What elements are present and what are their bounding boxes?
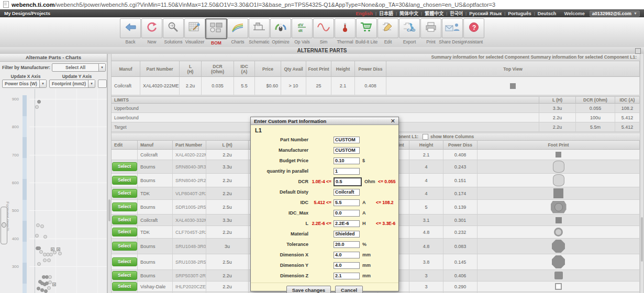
select-button[interactable]: Select <box>112 282 137 291</box>
summary-col-0: Manuf <box>112 61 140 77</box>
toolbar-button-visualizer[interactable] <box>184 18 205 38</box>
field-input-manufacturer[interactable] <box>334 147 360 154</box>
field-input-tolerance[interactable] <box>334 241 360 248</box>
data-point[interactable] <box>37 287 40 290</box>
data-point[interactable] <box>49 253 53 256</box>
data-point[interactable] <box>35 234 39 238</box>
select-button[interactable]: Select <box>112 189 137 198</box>
manufacturer-filter-select[interactable]: Select All ▼ <box>52 63 106 72</box>
toolbar-button-assistant[interactable]: ? <box>463 18 484 38</box>
select-button[interactable]: Select <box>112 162 137 171</box>
scrollbar-thumb[interactable] <box>108 199 110 221</box>
field-input-budget-price[interactable] <box>334 157 360 164</box>
data-point[interactable] <box>58 252 62 255</box>
field-input-idc[interactable] <box>334 199 360 206</box>
data-point[interactable] <box>35 105 39 109</box>
language-link-7[interactable]: Português <box>508 11 531 16</box>
data-point[interactable] <box>43 258 47 262</box>
toolbar-button-sim[interactable] <box>313 18 334 38</box>
language-link-4[interactable]: 繁體中文 <box>425 10 443 17</box>
parts-footprint-cell <box>478 200 640 214</box>
field-input-dimension-z[interactable] <box>334 273 360 279</box>
toolbar-label-bom: BOM <box>211 40 221 46</box>
toolbar-button-optimize[interactable] <box>270 18 291 38</box>
toolbar-button-export[interactable]: CAD <box>399 18 420 38</box>
language-link-6[interactable]: Русский Язык <box>469 11 502 16</box>
y-axis-select[interactable]: Footprint (mm2) ▼ <box>49 80 95 88</box>
data-point[interactable] <box>36 223 40 227</box>
toolbar-button-build-it-lite[interactable] <box>356 18 377 38</box>
data-point[interactable] <box>48 280 52 284</box>
modal-field-row-13: Dimension Zmm <box>252 271 397 281</box>
toolbar-button-op-vals[interactable]: dVdt <box>292 18 313 38</box>
my-designs-link[interactable]: My Designs/Projects <box>4 11 50 16</box>
toolbar-button-schematic[interactable] <box>249 18 270 38</box>
toolbar-button-print[interactable] <box>420 18 441 38</box>
field-input-l[interactable] <box>334 220 360 227</box>
third-axis-select-clipped[interactable] <box>98 80 107 88</box>
close-icon[interactable]: ✕ <box>391 118 395 124</box>
field-input-quantity-in-parallel[interactable] <box>334 168 360 175</box>
limits-upperbound-l: 3.3u <box>539 104 576 112</box>
data-point[interactable]: ✕ <box>52 283 56 286</box>
toolbar-button-edit[interactable] <box>377 18 398 38</box>
field-input-dimension-y[interactable] <box>334 262 360 269</box>
dialog-title-bar[interactable]: Enter Custom Part Information ✕ <box>251 117 398 125</box>
field-input-part-number[interactable] <box>334 137 360 143</box>
field-input-idc-max[interactable] <box>334 210 360 217</box>
toolbar-button-charts[interactable] <box>227 18 248 38</box>
parts-footprint-cell <box>478 215 640 226</box>
data-point[interactable] <box>44 289 48 293</box>
slider-knob[interactable] <box>2 222 6 228</box>
data-point[interactable]: ✕ <box>57 247 60 251</box>
data-point[interactable] <box>48 275 52 279</box>
modal-field-row-5: Default Disty <box>252 187 397 197</box>
y-tick-label: 600 <box>0 181 19 185</box>
table-vertical-scrollbar[interactable] <box>107 54 112 293</box>
language-link-3[interactable]: 简体中文 <box>399 10 418 17</box>
show-more-columns-checkbox[interactable] <box>423 134 428 140</box>
select-button[interactable]: Select <box>112 271 137 280</box>
data-point[interactable] <box>40 224 44 228</box>
data-point[interactable] <box>43 235 47 239</box>
toolbar-button-share-design[interactable] <box>442 18 463 38</box>
select-button[interactable]: Select <box>112 257 137 266</box>
data-point[interactable] <box>53 251 57 254</box>
scatter-chart[interactable]: Footprint (mm2) 900800700600500400300✕✕✕ <box>0 89 107 293</box>
x-axis-select[interactable]: Power Diss (W) ▼ <box>2 80 47 88</box>
window-vertical-scrollbar[interactable] <box>640 54 644 293</box>
limits-col-0: L (H) <box>539 97 576 104</box>
select-button[interactable]: Select <box>112 176 137 185</box>
footprint-shape-octagon <box>552 255 565 268</box>
toolbar-button-thermal[interactable] <box>335 18 356 38</box>
field-input-material[interactable] <box>334 231 360 238</box>
save-changes-button[interactable]: Save changes <box>286 286 331 293</box>
toolbar-button-solutions[interactable] <box>163 18 184 38</box>
toolbar-button-new[interactable] <box>141 18 162 38</box>
panel-options-icon[interactable] <box>635 48 641 54</box>
data-point[interactable] <box>47 258 51 262</box>
scrollbar-thumb[interactable] <box>641 217 643 262</box>
select-button[interactable]: Select <box>112 216 137 224</box>
data-point[interactable] <box>37 100 41 104</box>
chart-range-slider-track[interactable] <box>23 95 27 293</box>
field-input-dimension-x[interactable] <box>334 252 360 258</box>
field-input-default-disty[interactable] <box>334 189 360 196</box>
toolbar-button-bom[interactable] <box>205 18 227 39</box>
language-link-2[interactable]: 日本語 <box>379 10 393 17</box>
data-point[interactable] <box>37 262 41 266</box>
select-button[interactable]: Select <box>112 228 137 236</box>
data-point[interactable] <box>47 286 51 290</box>
browser-url-bar[interactable]: webench.ti.com/webench5/power/webench5.c… <box>0 0 644 9</box>
language-link-8[interactable]: Deutsch <box>538 11 557 16</box>
select-button[interactable]: Select <box>112 242 137 251</box>
data-point[interactable] <box>37 246 41 250</box>
account-menu[interactable]: a0132992@ti.com▼ <box>590 10 640 17</box>
toolbar-button-back[interactable] <box>120 18 141 38</box>
field-input-dcr[interactable] <box>334 177 362 186</box>
language-link-5[interactable]: 한국어 <box>450 10 463 17</box>
select-button[interactable]: Select <box>112 202 137 211</box>
data-point[interactable] <box>39 250 43 254</box>
language-link-1[interactable]: English <box>356 11 373 16</box>
cancel-button[interactable]: Cancel <box>335 286 363 293</box>
